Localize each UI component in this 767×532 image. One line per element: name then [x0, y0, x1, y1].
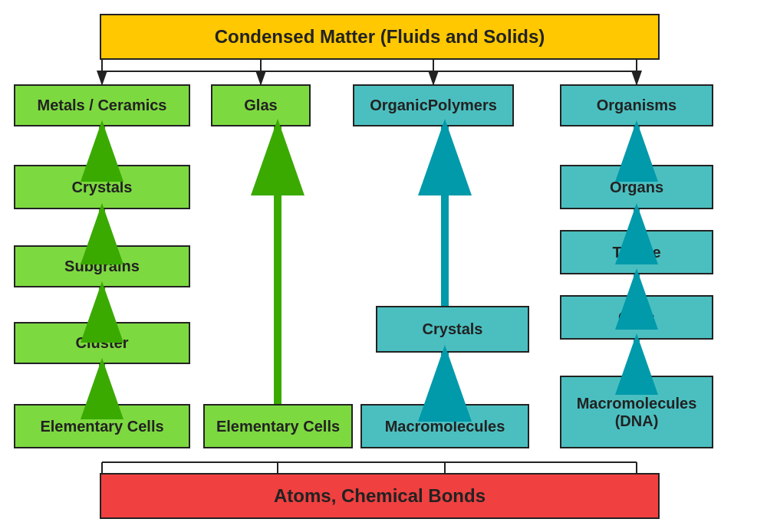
elementary-cells-left-box: Elementary Cells: [14, 404, 190, 448]
subgrains-box: Subgrains: [14, 245, 190, 287]
elementary-cells-mid-box: Elementary Cells: [203, 404, 353, 448]
organisms-box: Organisms: [560, 84, 713, 126]
condensed-matter-box: Condensed Matter (Fluids and Solids): [100, 14, 660, 60]
organs-box: Organs: [560, 165, 713, 209]
metals-ceramics-box: Metals / Ceramics: [14, 84, 190, 126]
macromolecules-box: Macromolecules: [360, 404, 529, 448]
cells-box: Cells: [560, 295, 713, 340]
atoms-box: Atoms, Chemical Bonds: [100, 473, 660, 519]
macromolecules-dna-box: Macromolecules (DNA): [560, 376, 713, 448]
crystals-mid-box: Crystals: [376, 306, 529, 353]
glas-box: Glas: [211, 84, 311, 126]
diagram: Condensed Matter (Fluids and Solids) Met…: [0, 0, 767, 532]
crystals-left-box: Crystals: [14, 165, 190, 209]
organic-polymers-box: OrganicPolymers: [353, 84, 514, 126]
cluster-box: Cluster: [14, 322, 190, 364]
tissue-box: Tissue: [560, 230, 713, 274]
